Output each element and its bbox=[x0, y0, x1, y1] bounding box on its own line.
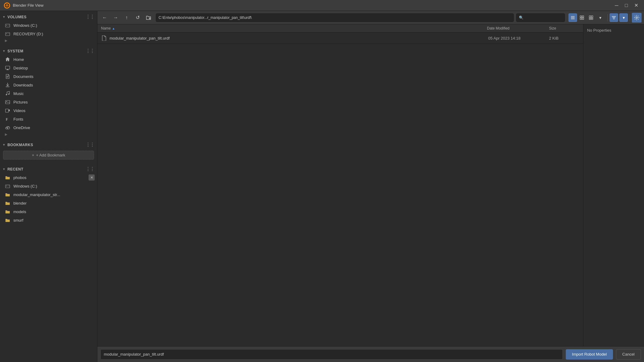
sidebar-item-windows-c[interactable]: Windows (C:) bbox=[0, 21, 97, 30]
documents-icon bbox=[5, 74, 10, 79]
svg-rect-10 bbox=[6, 33, 7, 34]
file-area: Name ▲ Date Modified Size bbox=[97, 24, 644, 346]
svg-rect-40 bbox=[591, 16, 593, 18]
svg-rect-7 bbox=[6, 25, 7, 26]
large-grid-view-button[interactable] bbox=[587, 13, 595, 22]
sidebar-item-pictures[interactable]: Pictures bbox=[0, 98, 97, 106]
forward-button[interactable]: → bbox=[111, 13, 121, 23]
settings-button[interactable] bbox=[632, 13, 642, 23]
main-content: ← → ↑ ↺ C:\Entw\phobos\manipulator...r_m… bbox=[97, 11, 644, 362]
toolbar: ← → ↑ ↺ C:\Entw\phobos\manipulator...r_m… bbox=[97, 11, 644, 24]
column-date-header[interactable]: Date Modified bbox=[487, 26, 548, 30]
column-name-header[interactable]: Name ▲ bbox=[101, 26, 486, 30]
sidebar-item-desktop[interactable]: Desktop bbox=[0, 64, 97, 72]
recent-item-models[interactable]: models bbox=[0, 207, 97, 216]
grid-view-button[interactable] bbox=[578, 13, 586, 22]
home-icon bbox=[5, 57, 10, 62]
blender-logo-icon bbox=[4, 2, 10, 9]
add-bookmark-plus-icon: + bbox=[32, 153, 34, 157]
sidebar-item-fonts[interactable]: F Fonts bbox=[0, 115, 97, 123]
svg-rect-14 bbox=[6, 70, 9, 70]
sidebar-item-music[interactable]: Music bbox=[0, 89, 97, 98]
sidebar-item-recovery-d[interactable]: RECOVERY (D:) bbox=[0, 30, 97, 38]
recent-item-close-button[interactable]: ✕ bbox=[89, 174, 95, 181]
back-button[interactable]: ← bbox=[100, 13, 110, 23]
svg-rect-38 bbox=[582, 18, 584, 19]
sidebar-item-documents[interactable]: Documents bbox=[0, 72, 97, 81]
add-bookmark-button[interactable]: + + Add Bookmark bbox=[3, 151, 94, 160]
bookmarks-label: Bookmarks bbox=[7, 143, 33, 147]
pictures-icon bbox=[5, 99, 10, 105]
file-row[interactable]: modular_manipulator_pan_tilt.urdf 05 Apr… bbox=[97, 33, 583, 44]
recent-modular-label: modular_manipulator_str... bbox=[13, 192, 60, 197]
recent-item-blender[interactable]: blender bbox=[0, 199, 97, 207]
recent-phobos-label: phobos bbox=[13, 175, 26, 180]
view-dropdown-button[interactable]: ▾ bbox=[596, 13, 604, 22]
svg-point-8 bbox=[9, 25, 9, 26]
list-view-button[interactable] bbox=[569, 13, 577, 22]
refresh-button[interactable]: ↺ bbox=[133, 13, 142, 23]
svg-rect-34 bbox=[571, 19, 575, 19]
sidebar: ▼ Volumes ⋮⋮ Windows (C:) RECOVERY (D:) … bbox=[0, 11, 97, 362]
recent-label: Recent bbox=[7, 167, 23, 171]
svg-rect-39 bbox=[589, 16, 591, 18]
window-controls: ─ □ ✕ bbox=[612, 1, 640, 10]
file-date: 05 Apr 2023 14:18 bbox=[488, 36, 520, 40]
bookmarks-dots-icon: ⋮⋮ bbox=[86, 142, 94, 148]
svg-rect-28 bbox=[6, 186, 7, 186]
system-section-header[interactable]: ▼ System ⋮⋮ bbox=[0, 47, 97, 55]
volumes-label: Volumes bbox=[7, 15, 26, 19]
filter-button[interactable] bbox=[610, 13, 618, 22]
cancel-button[interactable]: Cancel bbox=[616, 349, 641, 360]
size-column-label: Size bbox=[549, 26, 556, 30]
recent-item-smurf[interactable]: smurf bbox=[0, 216, 97, 224]
volumes-section-header[interactable]: ▼ Volumes ⋮⋮ bbox=[0, 13, 97, 21]
sidebar-item-home[interactable]: Home bbox=[0, 55, 97, 64]
file-icon bbox=[101, 35, 107, 41]
recent-item-modular[interactable]: modular_manipulator_str... bbox=[0, 190, 97, 199]
file-table-header: Name ▲ Date Modified Size bbox=[97, 24, 583, 33]
window-title: Blender File View bbox=[13, 3, 44, 8]
svg-rect-33 bbox=[571, 17, 575, 18]
recent-models-label: models bbox=[13, 209, 26, 214]
sidebar-item-videos[interactable]: Videos bbox=[0, 106, 97, 115]
system-label: System bbox=[7, 49, 23, 53]
minimize-button[interactable]: ─ bbox=[612, 1, 621, 10]
svg-rect-9 bbox=[5, 33, 10, 36]
folder-icon-blender bbox=[5, 200, 10, 206]
sort-asc-icon: ▲ bbox=[112, 27, 115, 30]
svg-rect-37 bbox=[580, 18, 582, 19]
svg-rect-5 bbox=[6, 6, 8, 7]
new-folder-button[interactable] bbox=[144, 13, 153, 23]
up-button[interactable]: ↑ bbox=[122, 13, 131, 23]
recent-item-phobos[interactable]: phobos ✕ bbox=[0, 173, 97, 182]
svg-rect-32 bbox=[571, 16, 575, 17]
recent-section-header[interactable]: ▼ Recent ⋮⋮ bbox=[0, 165, 97, 173]
recent-item-windows-c[interactable]: Windows (C:) bbox=[0, 182, 97, 190]
filename-input[interactable] bbox=[100, 349, 563, 360]
sidebar-item-onedrive[interactable]: OneDrive bbox=[0, 123, 97, 132]
recent-smurf-label: smurf bbox=[13, 218, 23, 223]
pictures-label: Pictures bbox=[13, 100, 28, 104]
bookmarks-section-header[interactable]: ▼ Bookmarks ⋮⋮ bbox=[0, 141, 97, 149]
add-bookmark-label: + Add Bookmark bbox=[36, 153, 65, 157]
recent-windows-c-label: Windows (C:) bbox=[13, 184, 37, 188]
fonts-icon: F bbox=[5, 116, 10, 122]
close-button[interactable]: ✕ bbox=[632, 1, 640, 10]
path-bar[interactable]: C:\Entw\phobos\manipulator...r_manipulat… bbox=[156, 13, 514, 22]
column-size-header[interactable]: Size bbox=[549, 26, 579, 30]
svg-rect-23 bbox=[5, 109, 9, 112]
system-expand-arrow[interactable]: ▶ bbox=[0, 132, 97, 137]
folder-icon-models bbox=[5, 209, 10, 214]
drive-icon bbox=[5, 23, 10, 28]
search-bar[interactable]: 🔍 bbox=[516, 13, 565, 22]
svg-point-2 bbox=[6, 4, 8, 5]
svg-point-29 bbox=[9, 186, 9, 186]
volumes-expand-arrow[interactable]: ▶ bbox=[0, 38, 97, 43]
maximize-button[interactable]: □ bbox=[622, 1, 631, 10]
sidebar-item-downloads[interactable]: Downloads bbox=[0, 81, 97, 89]
filter-dropdown-button[interactable]: ▾ bbox=[619, 13, 628, 22]
file-date-cell: 05 Apr 2023 14:18 bbox=[488, 36, 549, 40]
system-chevron-icon: ▼ bbox=[2, 49, 5, 53]
import-button[interactable]: Import Robot Model bbox=[566, 349, 613, 360]
